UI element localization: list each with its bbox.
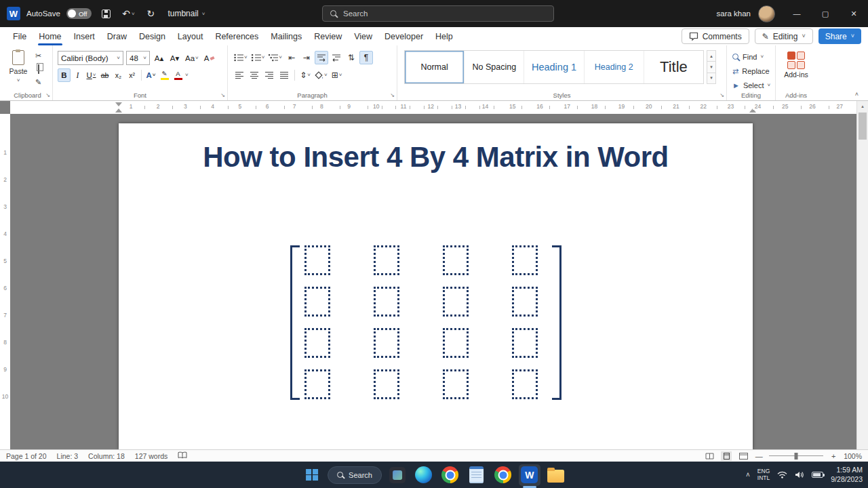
- numbering-button[interactable]: ˅: [250, 51, 267, 64]
- matrix-placeholder-cell[interactable]: [304, 287, 330, 317]
- shrink-font-button[interactable]: A▾: [168, 52, 181, 65]
- zoom-out-button[interactable]: —: [755, 452, 763, 460]
- undo-button[interactable]: ↶˅: [120, 5, 136, 22]
- zoom-slider[interactable]: [769, 455, 823, 456]
- tab-draw[interactable]: Draw: [101, 28, 133, 45]
- text-effects-button[interactable]: A˅: [144, 68, 157, 82]
- matrix-placeholder-cell[interactable]: [512, 245, 538, 275]
- titlebar-search[interactable]: Search: [322, 5, 554, 22]
- start-button[interactable]: [301, 464, 323, 486]
- close-button[interactable]: ✕: [840, 0, 868, 27]
- style-card-heading-1[interactable]: Heading 1: [524, 51, 584, 83]
- matrix-placeholder-cell[interactable]: [304, 328, 330, 358]
- zoom-in-button[interactable]: +: [829, 452, 837, 460]
- save-button[interactable]: [98, 5, 114, 22]
- replace-button[interactable]: ⇄ Replace: [732, 65, 770, 77]
- matrix-placeholder-cell[interactable]: [374, 287, 399, 317]
- taskbar-search[interactable]: Search: [328, 466, 382, 484]
- underline-button[interactable]: U˅: [85, 68, 98, 82]
- vertical-scrollbar[interactable]: ▴: [856, 101, 868, 449]
- clock[interactable]: 1:59 AM 9/28/2023: [831, 466, 863, 484]
- scrollbar-thumb[interactable]: [859, 113, 867, 140]
- strikethrough-button[interactable]: ab: [98, 68, 111, 82]
- font-size-combobox[interactable]: 48 ˅: [126, 51, 150, 65]
- find-button[interactable]: Find ˅: [732, 51, 770, 63]
- zoom-slider-thumb[interactable]: [795, 453, 798, 460]
- matrix-placeholder-cell[interactable]: [512, 328, 538, 358]
- sort-button[interactable]: ⇅: [344, 51, 358, 64]
- clipboard-dialog-launcher[interactable]: ↘: [45, 93, 50, 98]
- print-layout-button[interactable]: [721, 451, 732, 461]
- zoom-level[interactable]: 100%: [844, 452, 862, 460]
- comments-button[interactable]: Comments: [682, 28, 749, 44]
- web-layout-button[interactable]: [738, 451, 749, 461]
- borders-button[interactable]: ⊞˅: [330, 68, 344, 82]
- align-left-button[interactable]: [233, 68, 246, 82]
- first-line-indent-marker[interactable]: [115, 102, 122, 106]
- tab-help[interactable]: Help: [429, 28, 459, 45]
- status-line[interactable]: Line: 3: [57, 452, 79, 460]
- matrix-placeholder-cell[interactable]: [443, 287, 469, 317]
- edge-app-button[interactable]: [413, 464, 435, 486]
- tab-developer[interactable]: Developer: [378, 28, 429, 45]
- font-dialog-launcher[interactable]: ↘: [220, 93, 225, 98]
- change-case-button[interactable]: Aa˅: [184, 52, 200, 65]
- photos-app-button[interactable]: [387, 464, 408, 486]
- cut-button[interactable]: ✂: [35, 52, 41, 60]
- tab-insert[interactable]: Insert: [68, 28, 101, 45]
- matrix-placeholder-cell[interactable]: [443, 245, 469, 275]
- proofing-button[interactable]: [178, 451, 187, 460]
- bold-button[interactable]: B: [58, 68, 71, 82]
- style-card-title[interactable]: Title: [644, 51, 703, 83]
- network-button[interactable]: [777, 469, 787, 481]
- matrix-placeholder-cell[interactable]: [374, 328, 399, 358]
- text-highlight-button[interactable]: ✎: [158, 68, 171, 82]
- language-indicator[interactable]: ENG INTL: [757, 468, 770, 482]
- italic-button[interactable]: I: [71, 68, 84, 82]
- left-to-right-button[interactable]: [315, 51, 328, 64]
- volume-button[interactable]: [795, 469, 804, 481]
- chrome-app-button[interactable]: [439, 464, 461, 486]
- file-explorer-button[interactable]: [545, 464, 567, 486]
- horizontal-ruler[interactable]: 1234567891011121314151617181920212223242…: [10, 101, 856, 114]
- styles-scroll-up-button[interactable]: ▴: [707, 50, 716, 62]
- browser-app-button[interactable]: [492, 464, 514, 486]
- equation-matrix[interactable]: [290, 245, 561, 400]
- format-painter-button[interactable]: ✎: [35, 78, 41, 87]
- matrix-placeholder-cell[interactable]: [374, 369, 399, 399]
- document-page[interactable]: How to Insert 4 By 4 Matrix in Word: [119, 123, 753, 449]
- style-card-no-spacing[interactable]: No Spacing: [465, 51, 524, 83]
- status-word-count[interactable]: 127 words: [135, 452, 167, 460]
- clear-formatting-button[interactable]: A: [203, 52, 216, 65]
- status-page[interactable]: Page 1 of 20: [6, 452, 47, 460]
- increase-indent-button[interactable]: ⇥: [300, 51, 313, 64]
- battery-icon[interactable]: [812, 472, 823, 478]
- redo-button[interactable]: ↻: [142, 5, 159, 22]
- multilevel-list-button[interactable]: ˅: [267, 51, 283, 64]
- justify-button[interactable]: [277, 68, 291, 82]
- document-heading[interactable]: How to Insert 4 By 4 Matrix in Word: [119, 141, 753, 174]
- tab-home[interactable]: Home: [33, 28, 67, 45]
- paste-button[interactable]: Paste ˅: [6, 50, 31, 83]
- share-button[interactable]: Share ˅: [818, 28, 861, 44]
- matrix-placeholder-cell[interactable]: [374, 245, 399, 275]
- add-ins-button[interactable]: Add-ins: [777, 52, 815, 79]
- right-to-left-button[interactable]: [330, 51, 343, 64]
- font-color-button[interactable]: A: [172, 68, 184, 82]
- autosave-toggle[interactable]: Off: [66, 8, 92, 19]
- shading-button[interactable]: ˅: [313, 68, 329, 82]
- hanging-indent-marker[interactable]: [115, 108, 122, 113]
- hidden-icons-button[interactable]: ˄: [746, 471, 750, 479]
- show-hide-marks-button[interactable]: ¶: [359, 51, 373, 64]
- matrix-placeholder-cell[interactable]: [443, 369, 469, 399]
- user-avatar[interactable]: [758, 5, 775, 22]
- decrease-indent-button[interactable]: ⇤: [285, 51, 298, 64]
- copy-button[interactable]: [38, 65, 39, 73]
- style-card-normal[interactable]: Normal: [405, 51, 465, 83]
- matrix-placeholder-cell[interactable]: [512, 369, 538, 399]
- collapse-ribbon-button[interactable]: ˄: [855, 91, 859, 98]
- scroll-up-button[interactable]: ▴: [857, 101, 868, 111]
- bullets-button[interactable]: ˅: [233, 51, 249, 64]
- tab-mailings[interactable]: Mailings: [264, 28, 308, 45]
- tab-view[interactable]: View: [348, 28, 378, 45]
